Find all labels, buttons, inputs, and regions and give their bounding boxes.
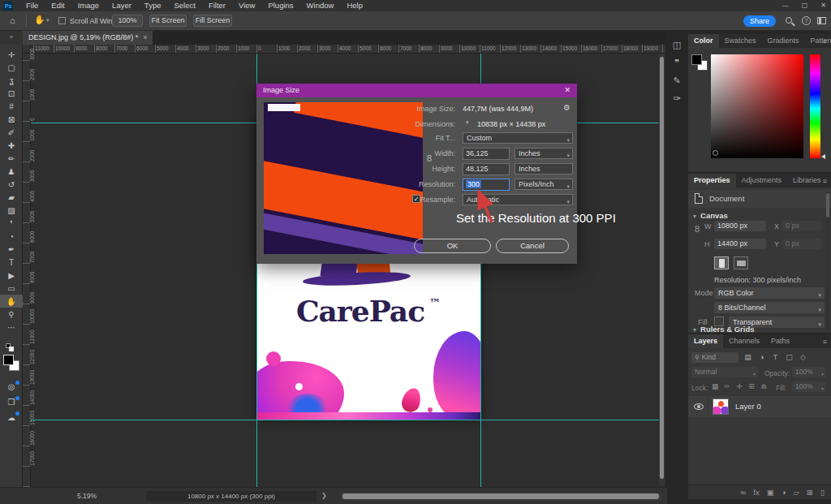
resolution-unit-dropdown[interactable]: Pixels/Inch▾ bbox=[515, 179, 573, 190]
cloud-share-icon[interactable]: ☁ bbox=[0, 410, 23, 425]
hue-slider-pointer[interactable] bbox=[821, 154, 825, 159]
menu-item[interactable]: Layer bbox=[105, 0, 138, 11]
height-unit-dropdown[interactable]: Inches bbox=[515, 163, 573, 174]
comments-panel-icon[interactable]: ❞ bbox=[667, 54, 687, 71]
y-position-field[interactable]: 0 px bbox=[782, 239, 821, 249]
panel-tab[interactable]: Gradients bbox=[762, 34, 805, 48]
blend-mode-dropdown[interactable]: Normal▾ bbox=[691, 367, 758, 377]
gradient-tool[interactable]: ▨ bbox=[0, 204, 23, 217]
rulers-grids-section-header[interactable]: ▾Rulers & Grids bbox=[693, 325, 755, 334]
crop-tool[interactable]: # bbox=[0, 100, 23, 113]
zoom-tool[interactable]: ⚲ bbox=[0, 308, 23, 321]
chevron-down-icon[interactable]: ▾ bbox=[46, 17, 50, 24]
screen-mode-icon[interactable]: ❐ bbox=[0, 394, 23, 410]
document-tab[interactable]: DESIGN.jpg @ 5,19% (RGB/8#) *× bbox=[23, 31, 153, 45]
minimize-icon[interactable]: — bbox=[782, 0, 789, 11]
height-field[interactable]: 48,125 bbox=[463, 163, 510, 175]
tab-close-icon[interactable]: × bbox=[143, 33, 147, 41]
opacity-field[interactable]: 100%▾ bbox=[792, 367, 826, 377]
portrait-orientation-button[interactable] bbox=[714, 256, 729, 269]
eraser-tool[interactable]: ▰ bbox=[0, 191, 23, 204]
document-row[interactable]: Document bbox=[688, 190, 831, 208]
menu-item[interactable]: Plugins bbox=[261, 0, 299, 11]
link-dimensions-icon[interactable]: 8 bbox=[427, 153, 432, 163]
panel-scrollbar[interactable] bbox=[826, 192, 829, 330]
pen-tool[interactable]: ✒ bbox=[0, 243, 23, 256]
scrollbar-thumb[interactable] bbox=[660, 57, 664, 479]
layer-mask-icon[interactable]: ▣ bbox=[767, 488, 774, 497]
image-preview[interactable] bbox=[264, 102, 423, 254]
menu-item[interactable]: Help bbox=[340, 0, 369, 11]
vertical-scrollbar[interactable] bbox=[659, 54, 665, 485]
new-layer-icon[interactable]: ⊞ bbox=[807, 488, 813, 497]
layer-visibility-eye-icon[interactable] bbox=[694, 403, 704, 410]
fit-screen-button[interactable]: Fit Screen bbox=[149, 15, 187, 27]
filter-shape-layers-icon[interactable]: ▢ bbox=[785, 352, 794, 363]
resample-checkbox[interactable]: ✓ bbox=[412, 195, 420, 203]
chevron-down-icon[interactable]: ▾ bbox=[466, 119, 469, 126]
type-tool[interactable]: T bbox=[0, 256, 23, 269]
layer-name[interactable]: Layer 0 bbox=[735, 402, 761, 411]
help-icon[interactable]: ? bbox=[802, 16, 811, 25]
hand-tool[interactable]: ✋ bbox=[0, 295, 23, 308]
layer-row[interactable]: Layer 0 bbox=[688, 396, 831, 417]
dialog-close-icon[interactable]: ✕ bbox=[564, 84, 571, 97]
object-selection-tool[interactable]: ⊡ bbox=[0, 87, 23, 100]
dodge-tool[interactable]: ◔ bbox=[0, 230, 23, 243]
link-dimensions-icon[interactable]: 8 bbox=[695, 224, 700, 234]
scrollbar-thumb[interactable] bbox=[826, 193, 829, 218]
history-brush-tool[interactable]: ↺ bbox=[0, 178, 23, 191]
panel-menu-icon[interactable]: ≡ bbox=[823, 37, 827, 45]
lock-all-icon[interactable]: ⋒ bbox=[760, 381, 768, 392]
clone-stamp-tool[interactable]: ♟ bbox=[0, 165, 23, 178]
fit-to-dropdown[interactable]: Custom▾ bbox=[463, 132, 573, 144]
search-icon[interactable] bbox=[786, 17, 792, 24]
maximize-icon[interactable]: ▢ bbox=[802, 0, 808, 11]
menu-item[interactable]: View bbox=[232, 0, 261, 11]
marquee-tool[interactable]: ▢ bbox=[0, 61, 23, 74]
saturation-brightness-field[interactable] bbox=[711, 54, 803, 158]
layer-group-icon[interactable]: ▱ bbox=[793, 488, 799, 497]
color-cursor[interactable] bbox=[713, 150, 718, 156]
eyedropper-tool[interactable]: ✐ bbox=[0, 126, 23, 139]
menu-item[interactable]: Filter bbox=[202, 0, 232, 11]
width-unit-dropdown[interactable]: Inches▾ bbox=[515, 148, 573, 159]
panel-tab[interactable]: Swatches bbox=[719, 34, 762, 48]
share-button[interactable]: Share bbox=[743, 15, 776, 27]
workspace-icon[interactable] bbox=[817, 17, 826, 24]
filter-pixel-layers-icon[interactable]: ▤ bbox=[743, 352, 752, 363]
status-chevron-icon[interactable]: ❯ bbox=[321, 492, 327, 499]
panel-tab[interactable]: Paths bbox=[765, 334, 795, 348]
menu-item[interactable]: Image bbox=[71, 0, 105, 11]
close-icon[interactable]: ✕ bbox=[820, 0, 826, 11]
menu-item[interactable]: Window bbox=[300, 0, 341, 11]
link-layers-icon[interactable]: ∞ bbox=[741, 488, 747, 497]
layer-effects-icon[interactable]: fx bbox=[753, 488, 759, 497]
menu-item[interactable]: Select bbox=[167, 0, 201, 11]
hand-tool-icon[interactable]: ✋ bbox=[34, 15, 45, 25]
panel-tab[interactable]: Properties bbox=[688, 174, 736, 187]
horizontal-scrollbar[interactable] bbox=[341, 493, 662, 500]
gear-icon[interactable]: ⚙ bbox=[563, 103, 571, 112]
frame-tool[interactable]: ⊠ bbox=[0, 113, 23, 126]
guide-horizontal-bottom[interactable] bbox=[31, 420, 664, 420]
toolbar-overflow-icon[interactable]: » bbox=[0, 31, 23, 45]
layer-filter-search[interactable]: ⚲Kind bbox=[691, 352, 738, 363]
foreground-color-swatch[interactable] bbox=[691, 54, 702, 65]
healing-brush-tool[interactable]: ✚ bbox=[0, 139, 23, 152]
filter-smart-objects-icon[interactable]: ◇ bbox=[799, 352, 807, 363]
tool-presets-panel-icon[interactable]: ✑ bbox=[667, 89, 687, 107]
width-field[interactable]: 36,125 bbox=[463, 148, 510, 160]
ok-button[interactable]: OK bbox=[414, 239, 491, 253]
delete-layer-icon[interactable]: ▯ bbox=[820, 488, 825, 497]
canvas-height-field[interactable]: 14400 px bbox=[714, 239, 766, 249]
lasso-tool[interactable]: ʓ bbox=[0, 74, 23, 87]
filter-type-layers-icon[interactable]: T bbox=[771, 352, 780, 363]
menu-item[interactable]: Edit bbox=[45, 0, 71, 11]
zoom-level-field[interactable]: 5.19% bbox=[77, 492, 97, 500]
panel-tab[interactable]: Libraries bbox=[787, 174, 827, 187]
canvas-section-header[interactable]: ▾Canvas bbox=[693, 211, 728, 220]
canvas-width-field[interactable]: 10800 px bbox=[714, 221, 766, 231]
scroll-all-windows-checkbox[interactable] bbox=[58, 17, 66, 24]
scrollbar-thumb[interactable] bbox=[342, 493, 659, 499]
